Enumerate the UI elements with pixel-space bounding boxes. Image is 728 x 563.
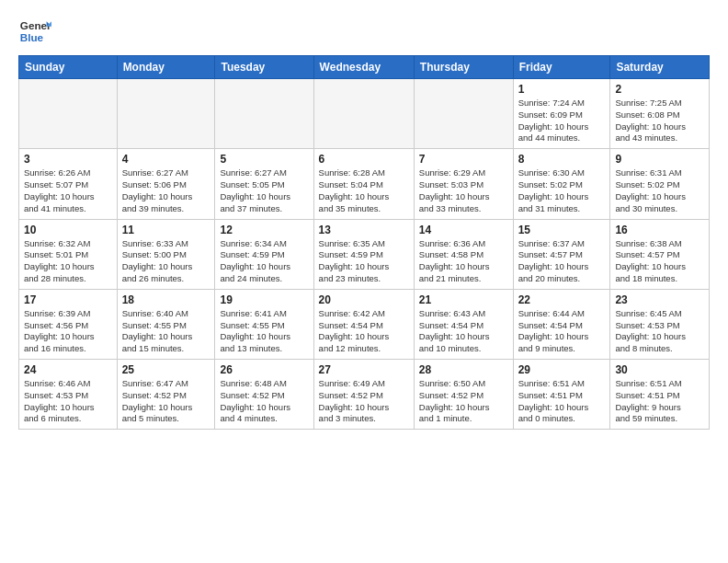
day-number: 27 xyxy=(319,363,409,376)
calendar-cell: 21Sunrise: 6:43 AM Sunset: 4:54 PM Dayli… xyxy=(414,289,513,359)
day-info: Sunrise: 6:27 AM Sunset: 5:05 PM Dayligh… xyxy=(220,167,308,214)
day-info: Sunrise: 6:28 AM Sunset: 5:04 PM Dayligh… xyxy=(319,167,409,214)
calendar-week: 24Sunrise: 6:46 AM Sunset: 4:53 PM Dayli… xyxy=(19,360,710,430)
day-number: 13 xyxy=(319,224,409,236)
day-info: Sunrise: 6:42 AM Sunset: 4:54 PM Dayligh… xyxy=(319,308,409,355)
calendar-cell: 19Sunrise: 6:41 AM Sunset: 4:55 PM Dayli… xyxy=(215,289,313,359)
day-info: Sunrise: 6:47 AM Sunset: 4:52 PM Dayligh… xyxy=(122,378,210,425)
weekday-header: Wednesday xyxy=(313,56,414,79)
calendar-cell: 9Sunrise: 6:31 AM Sunset: 5:02 PM Daylig… xyxy=(610,149,710,219)
calendar-cell: 26Sunrise: 6:48 AM Sunset: 4:52 PM Dayli… xyxy=(215,360,313,430)
calendar: SundayMondayTuesdayWednesdayThursdayFrid… xyxy=(18,55,710,430)
day-info: Sunrise: 6:45 AM Sunset: 4:53 PM Dayligh… xyxy=(615,308,704,355)
day-number: 7 xyxy=(419,153,508,166)
day-number: 18 xyxy=(122,293,210,306)
svg-text:Blue: Blue xyxy=(20,31,44,43)
day-number: 12 xyxy=(220,224,308,236)
day-number: 30 xyxy=(615,363,704,376)
calendar-cell xyxy=(414,79,513,149)
day-info: Sunrise: 6:38 AM Sunset: 4:57 PM Dayligh… xyxy=(615,238,704,285)
calendar-cell: 20Sunrise: 6:42 AM Sunset: 4:54 PM Dayli… xyxy=(313,289,414,359)
day-info: Sunrise: 6:48 AM Sunset: 4:52 PM Dayligh… xyxy=(220,378,308,425)
day-number: 15 xyxy=(518,224,606,236)
day-info: Sunrise: 6:46 AM Sunset: 4:53 PM Dayligh… xyxy=(24,378,112,425)
calendar-cell: 16Sunrise: 6:38 AM Sunset: 4:57 PM Dayli… xyxy=(610,219,710,289)
day-info: Sunrise: 6:34 AM Sunset: 4:59 PM Dayligh… xyxy=(220,238,308,285)
weekday-header: Saturday xyxy=(610,56,710,79)
day-info: Sunrise: 6:40 AM Sunset: 4:55 PM Dayligh… xyxy=(122,308,210,355)
calendar-week: 3Sunrise: 6:26 AM Sunset: 5:07 PM Daylig… xyxy=(19,149,710,219)
calendar-week: 17Sunrise: 6:39 AM Sunset: 4:56 PM Dayli… xyxy=(19,289,710,359)
day-info: Sunrise: 6:35 AM Sunset: 4:59 PM Dayligh… xyxy=(319,238,409,285)
weekday-header: Tuesday xyxy=(215,56,313,79)
day-info: Sunrise: 7:24 AM Sunset: 6:09 PM Dayligh… xyxy=(518,98,606,144)
day-info: Sunrise: 6:51 AM Sunset: 4:51 PM Dayligh… xyxy=(518,378,606,425)
day-info: Sunrise: 6:36 AM Sunset: 4:58 PM Dayligh… xyxy=(419,238,508,285)
logo: General Blue xyxy=(18,15,51,48)
day-info: Sunrise: 6:41 AM Sunset: 4:55 PM Dayligh… xyxy=(220,308,308,355)
weekday-header: Sunday xyxy=(19,56,118,79)
day-number: 1 xyxy=(518,83,606,96)
day-info: Sunrise: 6:39 AM Sunset: 4:56 PM Dayligh… xyxy=(24,308,112,355)
calendar-cell: 27Sunrise: 6:49 AM Sunset: 4:52 PM Dayli… xyxy=(313,360,414,430)
weekday-header: Thursday xyxy=(414,56,513,79)
day-number: 9 xyxy=(615,153,704,166)
day-info: Sunrise: 6:32 AM Sunset: 5:01 PM Dayligh… xyxy=(24,238,112,285)
calendar-cell: 15Sunrise: 6:37 AM Sunset: 4:57 PM Dayli… xyxy=(513,219,610,289)
calendar-cell xyxy=(313,79,414,149)
day-number: 10 xyxy=(24,224,112,236)
day-number: 16 xyxy=(615,224,704,236)
day-info: Sunrise: 6:49 AM Sunset: 4:52 PM Dayligh… xyxy=(319,378,409,425)
calendar-cell: 11Sunrise: 6:33 AM Sunset: 5:00 PM Dayli… xyxy=(117,219,215,289)
calendar-cell: 29Sunrise: 6:51 AM Sunset: 4:51 PM Dayli… xyxy=(513,360,610,430)
day-info: Sunrise: 6:31 AM Sunset: 5:02 PM Dayligh… xyxy=(615,167,704,214)
day-info: Sunrise: 6:44 AM Sunset: 4:54 PM Dayligh… xyxy=(518,308,606,355)
calendar-cell: 6Sunrise: 6:28 AM Sunset: 5:04 PM Daylig… xyxy=(313,149,414,219)
calendar-cell xyxy=(117,79,215,149)
day-number: 29 xyxy=(518,363,606,376)
day-info: Sunrise: 6:29 AM Sunset: 5:03 PM Dayligh… xyxy=(419,167,508,214)
day-info: Sunrise: 6:37 AM Sunset: 4:57 PM Dayligh… xyxy=(518,238,606,285)
calendar-cell: 10Sunrise: 6:32 AM Sunset: 5:01 PM Dayli… xyxy=(19,219,118,289)
calendar-cell: 18Sunrise: 6:40 AM Sunset: 4:55 PM Dayli… xyxy=(117,289,215,359)
day-number: 14 xyxy=(419,224,508,236)
day-number: 23 xyxy=(615,293,704,306)
day-number: 17 xyxy=(24,293,112,306)
day-number: 8 xyxy=(518,153,606,166)
calendar-body: 1Sunrise: 7:24 AM Sunset: 6:09 PM Daylig… xyxy=(19,79,710,430)
day-info: Sunrise: 6:30 AM Sunset: 5:02 PM Dayligh… xyxy=(518,167,606,214)
calendar-week: 1Sunrise: 7:24 AM Sunset: 6:09 PM Daylig… xyxy=(19,79,710,149)
day-info: Sunrise: 6:50 AM Sunset: 4:52 PM Dayligh… xyxy=(419,378,508,425)
calendar-cell: 23Sunrise: 6:45 AM Sunset: 4:53 PM Dayli… xyxy=(610,289,710,359)
calendar-cell: 14Sunrise: 6:36 AM Sunset: 4:58 PM Dayli… xyxy=(414,219,513,289)
day-number: 21 xyxy=(419,293,508,306)
day-info: Sunrise: 6:26 AM Sunset: 5:07 PM Dayligh… xyxy=(24,167,112,214)
calendar-cell: 8Sunrise: 6:30 AM Sunset: 5:02 PM Daylig… xyxy=(513,149,610,219)
day-info: Sunrise: 6:33 AM Sunset: 5:00 PM Dayligh… xyxy=(122,238,210,285)
calendar-cell: 28Sunrise: 6:50 AM Sunset: 4:52 PM Dayli… xyxy=(414,360,513,430)
calendar-cell: 13Sunrise: 6:35 AM Sunset: 4:59 PM Dayli… xyxy=(313,219,414,289)
day-number: 6 xyxy=(319,153,409,166)
calendar-cell: 24Sunrise: 6:46 AM Sunset: 4:53 PM Dayli… xyxy=(19,360,118,430)
day-info: Sunrise: 7:25 AM Sunset: 6:08 PM Dayligh… xyxy=(615,98,704,144)
calendar-cell: 1Sunrise: 7:24 AM Sunset: 6:09 PM Daylig… xyxy=(513,79,610,149)
calendar-cell: 7Sunrise: 6:29 AM Sunset: 5:03 PM Daylig… xyxy=(414,149,513,219)
day-number: 4 xyxy=(122,153,210,166)
calendar-cell: 17Sunrise: 6:39 AM Sunset: 4:56 PM Dayli… xyxy=(19,289,118,359)
day-number: 19 xyxy=(220,293,308,306)
day-info: Sunrise: 6:51 AM Sunset: 4:51 PM Dayligh… xyxy=(615,378,704,425)
weekday-header: Friday xyxy=(513,56,610,79)
calendar-cell: 3Sunrise: 6:26 AM Sunset: 5:07 PM Daylig… xyxy=(19,149,118,219)
calendar-cell: 22Sunrise: 6:44 AM Sunset: 4:54 PM Dayli… xyxy=(513,289,610,359)
calendar-cell: 12Sunrise: 6:34 AM Sunset: 4:59 PM Dayli… xyxy=(215,219,313,289)
calendar-cell: 25Sunrise: 6:47 AM Sunset: 4:52 PM Dayli… xyxy=(117,360,215,430)
day-number: 20 xyxy=(319,293,409,306)
weekday-header: Monday xyxy=(117,56,215,79)
day-number: 3 xyxy=(24,153,112,166)
calendar-cell: 4Sunrise: 6:27 AM Sunset: 5:06 PM Daylig… xyxy=(117,149,215,219)
day-number: 25 xyxy=(122,363,210,376)
day-number: 2 xyxy=(615,83,704,96)
calendar-cell xyxy=(215,79,313,149)
calendar-week: 10Sunrise: 6:32 AM Sunset: 5:01 PM Dayli… xyxy=(19,219,710,289)
day-number: 11 xyxy=(122,224,210,236)
